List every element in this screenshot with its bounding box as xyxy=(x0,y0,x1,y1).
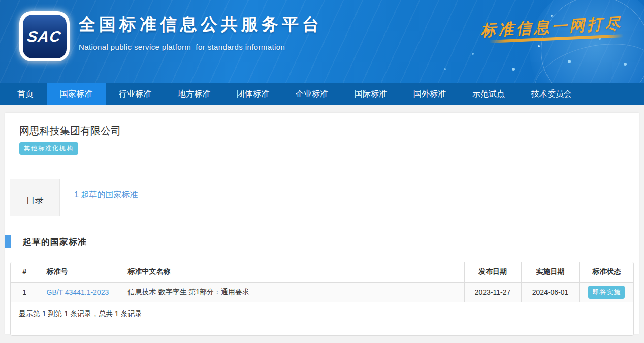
nav-item-enterprise-standards[interactable]: 企业标准 xyxy=(282,83,341,105)
masthead: 全国标准信息公共服务平台 National public service pla… xyxy=(79,13,323,51)
nav-item-home[interactable]: 首页 xyxy=(4,83,47,105)
toc-body: 1 起草的国家标准 xyxy=(60,179,634,216)
sparkle-decoration xyxy=(0,0,1,1)
cell-status: 即将实施 xyxy=(579,282,633,302)
table-of-contents: 目录 1 起草的国家标准 xyxy=(10,179,634,216)
globe-decoration xyxy=(530,0,644,83)
site-subtitle: National public service platform for sta… xyxy=(79,43,323,51)
column-header-standard-name: 标准中文名称 xyxy=(120,262,464,282)
cell-implement-date: 2024-06-01 xyxy=(521,282,579,302)
column-header-status: 标准状态 xyxy=(579,262,633,282)
nav-item-international-standards[interactable]: 国际标准 xyxy=(341,83,400,105)
site-title: 全国标准信息公共服务平台 xyxy=(79,13,323,36)
column-header-standard-code: 标准号 xyxy=(39,262,120,282)
toc-link-drafted-national-standards[interactable]: 1 起草的国家标准 xyxy=(74,190,138,199)
cell-publish-date: 2023-11-27 xyxy=(464,282,521,302)
column-header-index: # xyxy=(11,262,39,282)
section-title: 起草的国家标准 xyxy=(23,236,87,248)
nav-item-local-standards[interactable]: 地方标准 xyxy=(165,83,223,105)
organization-block: 网思科技集团有限公司 其他标准化机构 xyxy=(5,113,639,160)
column-header-publish-date: 发布日期 xyxy=(464,262,521,282)
organization-type-badge: 其他标准化机构 xyxy=(19,142,78,155)
cell-standard-code: GB/T 43441.1-2023 xyxy=(39,282,120,302)
sac-logo[interactable]: SAC xyxy=(19,11,70,61)
toc-label: 目录 xyxy=(10,179,60,216)
standard-code-link[interactable]: GB/T 43441.1-2023 xyxy=(47,288,109,296)
organization-name: 网思科技集团有限公司 xyxy=(19,124,625,138)
org-divider xyxy=(14,160,634,160)
table-row: 1 GB/T 43441.1-2023 信息技术 数字孪生 第1部分：通用要求 … xyxy=(11,282,633,302)
section-accent-marker xyxy=(5,235,11,248)
standards-table: # 标准号 标准中文名称 发布日期 实施日期 标准状态 1 GB/T 43441… xyxy=(11,262,633,302)
nav-item-pilot-demo[interactable]: 示范试点 xyxy=(459,83,518,105)
record-count-summary: 显示第 1 到第 1 条记录，总共 1 条记录 xyxy=(11,302,633,335)
nav-item-group-standards[interactable]: 团体标准 xyxy=(223,83,282,105)
nav-item-industry-standards[interactable]: 行业标准 xyxy=(106,83,165,105)
section-header: 起草的国家标准 xyxy=(5,235,639,248)
content-card: 网思科技集团有限公司 其他标准化机构 目录 1 起草的国家标准 起草的国家标准 … xyxy=(5,113,639,334)
table-header: # 标准号 标准中文名称 发布日期 实施日期 标准状态 xyxy=(11,262,633,282)
main-nav: 首页 国家标准 行业标准 地方标准 团体标准 企业标准 国际标准 国外标准 示范… xyxy=(0,83,644,105)
column-header-implement-date: 实施日期 xyxy=(521,262,579,282)
nav-item-technical-committee[interactable]: 技术委员会 xyxy=(518,83,585,105)
cell-index: 1 xyxy=(11,282,39,302)
table-body: 1 GB/T 43441.1-2023 信息技术 数字孪生 第1部分：通用要求 … xyxy=(11,282,633,302)
section-rule-line xyxy=(96,242,635,242)
nav-item-foreign-standards[interactable]: 国外标准 xyxy=(400,83,459,105)
status-badge: 即将实施 xyxy=(588,286,625,299)
table-header-row: # 标准号 标准中文名称 发布日期 实施日期 标准状态 xyxy=(11,262,633,282)
site-header: SAC 全国标准信息公共服务平台 National public service… xyxy=(0,0,644,83)
sac-logo-core: SAC xyxy=(23,15,67,58)
sac-logo-text: SAC xyxy=(26,28,62,45)
cell-standard-name: 信息技术 数字孪生 第1部分：通用要求 xyxy=(120,282,464,302)
nav-item-national-standards[interactable]: 国家标准 xyxy=(47,83,106,105)
standards-table-container: # 标准号 标准中文名称 发布日期 实施日期 标准状态 1 GB/T 43441… xyxy=(10,262,634,336)
